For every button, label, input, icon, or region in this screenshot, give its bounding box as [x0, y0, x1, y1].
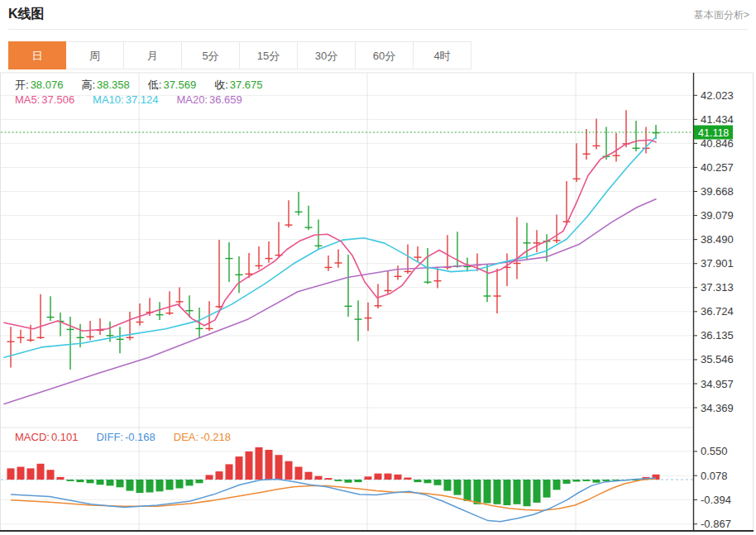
macd-histogram — [7, 447, 660, 506]
info-label: MA10: — [93, 93, 124, 106]
info-segment: 开:38.076 — [15, 78, 63, 93]
ohlc-info: 开:38.076高:38.358低:37.569收:37.675 — [15, 78, 281, 93]
info-value: 37.675 — [230, 79, 263, 91]
info-value: -0.218 — [200, 431, 231, 443]
info-label: 收: — [214, 79, 228, 91]
info-segment: 低:37.569 — [148, 78, 196, 93]
info-segment: MA5:37.506 — [15, 93, 74, 106]
y-axis-tick-label: 41.434 — [701, 113, 734, 126]
info-label: 高: — [81, 79, 95, 91]
info-value: 0.101 — [51, 431, 79, 443]
info-value: 37.569 — [163, 79, 196, 91]
info-segment: DIFF:-0.168 — [96, 431, 155, 443]
kline-panel: K线图 基本面分析> 日周月5分15分30分60分4时 42.02341.434… — [0, 0, 756, 535]
info-value: 36.659 — [209, 93, 242, 106]
current-price-badge: 41.118 — [694, 126, 733, 140]
info-label: DEA: — [174, 431, 199, 443]
y-axis-tick-label: 39.079 — [701, 209, 734, 222]
ma-lines — [4, 137, 656, 404]
y-axis-tick-label: 38.490 — [701, 233, 734, 246]
current-price-value: 41.118 — [698, 127, 729, 139]
info-label: 低: — [148, 79, 162, 91]
grid-lines — [1, 73, 693, 530]
info-segment: 高:38.358 — [81, 78, 129, 93]
info-value: -0.168 — [125, 431, 156, 443]
y-axis-tick-label: 0.078 — [701, 470, 728, 482]
info-segment: MA10:37.124 — [93, 93, 158, 106]
axis — [0, 73, 754, 532]
y-axis-tick-label: 40.257 — [701, 161, 734, 174]
info-label: 开: — [15, 79, 29, 91]
y-axis-tick-label: 36.724 — [701, 305, 734, 318]
y-axis-tick-label: 34.369 — [701, 402, 734, 414]
y-axis-tick-label: 39.668 — [701, 185, 734, 198]
info-value: 38.076 — [31, 79, 64, 91]
y-axis-tick-label: 37.901 — [701, 257, 734, 270]
info-label: MA5: — [15, 93, 40, 106]
y-axis-tick-label: 42.023 — [701, 89, 734, 102]
info-label: MA20: — [176, 93, 208, 106]
y-axis-tick-label: 0.550 — [701, 445, 728, 457]
info-segment: MA20:36.659 — [176, 93, 242, 106]
y-axis-tick-label: -0.394 — [701, 494, 731, 506]
y-axis-tick-label: -0.867 — [701, 518, 731, 530]
info-value: 37.506 — [41, 93, 74, 106]
pane-borders — [0, 73, 754, 530]
ma-info: MA5:37.506MA10:37.124MA20:36.659 — [15, 93, 261, 106]
info-segment: MACD:0.101 — [15, 431, 78, 443]
info-value: 38.358 — [97, 79, 130, 91]
macd-info: MACD:0.101DIFF:-0.168DEA:-0.218 — [15, 431, 249, 443]
y-axis-tick-label: 34.957 — [701, 378, 734, 390]
axis-labels: 42.02341.43440.84640.25739.66839.07938.4… — [693, 89, 734, 531]
y-axis-tick-label: 37.313 — [701, 281, 734, 294]
info-value: 37.124 — [126, 93, 159, 106]
info-segment: DEA:-0.218 — [174, 431, 231, 443]
info-segment: 收:37.675 — [214, 78, 262, 93]
info-label: MACD: — [15, 431, 50, 443]
y-axis-tick-label: 35.546 — [701, 353, 734, 365]
info-label: DIFF: — [96, 431, 123, 443]
y-axis-tick-label: 36.135 — [701, 329, 734, 342]
